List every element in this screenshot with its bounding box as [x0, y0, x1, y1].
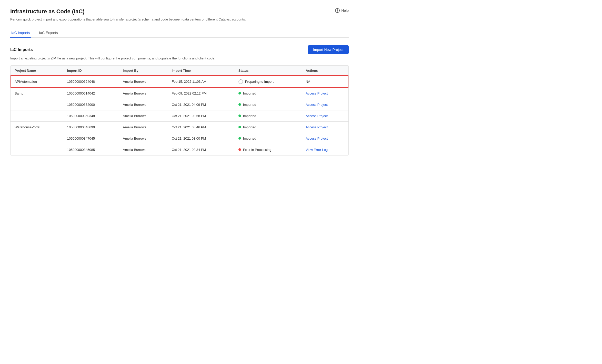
- cell-import-time: Oct 21, 2021 04:09 PM: [168, 99, 234, 110]
- cell-import-by: Amelia Burrows: [119, 121, 168, 133]
- cell-project-name: [11, 133, 63, 144]
- cell-import-time: Feb 15, 2022 11:03 AM: [168, 76, 234, 88]
- cell-import-id: 105000000614042: [63, 88, 119, 99]
- cell-import-time: Oct 21, 2021 03:00 PM: [168, 133, 234, 144]
- cell-project-name: Samp: [11, 88, 63, 99]
- section-header: IaC Imports Import New Project: [10, 45, 349, 54]
- cell-import-by: Amelia Burrows: [119, 99, 168, 110]
- table-row: 105000000347045Amelia BurrowsOct 21, 202…: [11, 133, 348, 144]
- cell-actions: Access Project: [302, 88, 348, 99]
- title-area: Infrastructure as Code (IaC): [10, 8, 85, 15]
- table-header: Project Name Import ID Import By Import …: [11, 66, 348, 76]
- cell-project-name: [11, 110, 63, 121]
- cell-import-id: 105000000348699: [63, 121, 119, 133]
- tab-iac-imports[interactable]: IaC Imports: [10, 28, 31, 38]
- cell-import-id: 105000000624048: [63, 76, 119, 88]
- cell-actions: Access Project: [302, 133, 348, 144]
- tab-iac-exports[interactable]: IaC Exports: [38, 28, 59, 38]
- table-row: 105000000345085Amelia BurrowsOct 21, 202…: [11, 144, 348, 155]
- help-button[interactable]: ? Help: [335, 8, 349, 13]
- section-title: IaC Imports: [10, 47, 33, 52]
- cell-import-time: Feb 09, 2022 02:12 PM: [168, 88, 234, 99]
- cell-import-by: Amelia Burrows: [119, 133, 168, 144]
- status-dot-icon: [238, 148, 241, 151]
- status-label: Imported: [243, 114, 256, 118]
- table-row: APIAutomation105000000624048Amelia Burro…: [11, 76, 348, 88]
- cell-import-id: 105000000345085: [63, 144, 119, 155]
- cell-import-by: Amelia Burrows: [119, 88, 168, 99]
- status-cell: Imported: [238, 137, 297, 140]
- cell-actions: NA: [302, 76, 348, 88]
- action-na: NA: [306, 80, 310, 84]
- action-link[interactable]: Access Project: [306, 103, 328, 107]
- imports-table-container: Project Name Import ID Import By Import …: [10, 65, 349, 155]
- action-link[interactable]: Access Project: [306, 114, 328, 118]
- help-icon: ?: [335, 8, 340, 13]
- status-cell: Imported: [238, 114, 297, 118]
- cell-actions: View Error Log: [302, 144, 348, 155]
- action-link[interactable]: Access Project: [306, 91, 328, 95]
- cell-status: Error in Processing: [234, 144, 302, 155]
- status-dot-icon: [238, 137, 241, 140]
- page-container: Infrastructure as Code (IaC) ? Help Perf…: [0, 0, 359, 164]
- table-row: WarehousePortal105000000348699Amelia Bur…: [11, 121, 348, 133]
- cell-actions: Access Project: [302, 99, 348, 110]
- status-label: Imported: [243, 125, 256, 129]
- preparing-spinner-icon: [238, 79, 243, 84]
- cell-import-time: Oct 21, 2021 03:58 PM: [168, 110, 234, 121]
- table-row: 105000000350348Amelia BurrowsOct 21, 202…: [11, 110, 348, 121]
- cell-import-id: 105000000347045: [63, 133, 119, 144]
- cell-import-by: Amelia Burrows: [119, 76, 168, 88]
- cell-status: Preparing to Import: [234, 76, 302, 88]
- col-import-id: Import ID: [63, 66, 119, 76]
- status-cell: Imported: [238, 103, 297, 107]
- cell-project-name: [11, 99, 63, 110]
- status-cell: Error in Processing: [238, 148, 297, 152]
- status-label: Preparing to Import: [245, 80, 274, 84]
- cell-import-by: Amelia Burrows: [119, 110, 168, 121]
- action-link[interactable]: Access Project: [306, 125, 328, 129]
- cell-status: Imported: [234, 110, 302, 121]
- table-row: Samp105000000614042Amelia BurrowsFeb 09,…: [11, 88, 348, 99]
- status-dot-icon: [238, 103, 241, 106]
- cell-status: Imported: [234, 121, 302, 133]
- cell-project-name: WarehousePortal: [11, 121, 63, 133]
- status-dot-icon: [238, 126, 241, 128]
- cell-project-name: [11, 144, 63, 155]
- action-link[interactable]: Access Project: [306, 137, 328, 140]
- col-actions: Actions: [302, 66, 348, 76]
- page-header: Infrastructure as Code (IaC) ? Help: [10, 8, 349, 15]
- status-label: Imported: [243, 103, 256, 107]
- table-row: 105000000352000Amelia BurrowsOct 21, 202…: [11, 99, 348, 110]
- cell-import-by: Amelia Burrows: [119, 144, 168, 155]
- tabs-container: IaC Imports IaC Exports: [10, 28, 349, 38]
- cell-import-time: Oct 21, 2021 03:46 PM: [168, 121, 234, 133]
- import-new-project-button[interactable]: Import New Project: [308, 45, 349, 54]
- action-link[interactable]: View Error Log: [306, 148, 328, 152]
- status-label: Error in Processing: [243, 148, 272, 152]
- cell-actions: Access Project: [302, 121, 348, 133]
- cell-import-time: Oct 21, 2021 02:34 PM: [168, 144, 234, 155]
- help-label: Help: [341, 8, 349, 13]
- cell-status: Imported: [234, 99, 302, 110]
- cell-status: Imported: [234, 133, 302, 144]
- col-import-time: Import Time: [168, 66, 234, 76]
- status-cell: Preparing to Import: [238, 79, 297, 84]
- status-dot-icon: [238, 115, 241, 117]
- status-cell: Imported: [238, 125, 297, 129]
- imports-table: Project Name Import ID Import By Import …: [11, 66, 348, 155]
- status-label: Imported: [243, 91, 256, 95]
- col-import-by: Import By: [119, 66, 168, 76]
- cell-status: Imported: [234, 88, 302, 99]
- status-dot-icon: [238, 92, 241, 95]
- cell-actions: Access Project: [302, 110, 348, 121]
- status-label: Imported: [243, 137, 256, 140]
- cell-import-id: 105000000350348: [63, 110, 119, 121]
- col-status: Status: [234, 66, 302, 76]
- status-cell: Imported: [238, 91, 297, 95]
- section-description: Import an existing project's ZIP file as…: [10, 56, 349, 60]
- cell-import-id: 105000000352000: [63, 99, 119, 110]
- page-description: Perform quick project import and export …: [10, 17, 349, 22]
- page-title: Infrastructure as Code (IaC): [10, 8, 85, 15]
- col-project-name: Project Name: [11, 66, 63, 76]
